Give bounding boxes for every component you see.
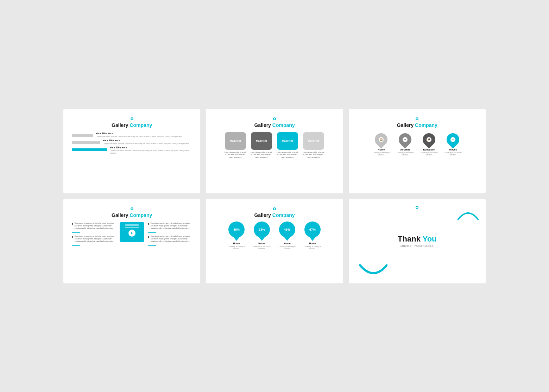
bullet-right-2-text: Proactively envisioned multimedia based …	[151, 235, 192, 243]
step-2: Your Title Here Lorem ipsum dolor sit am…	[72, 139, 192, 145]
bubble-4-tail	[310, 237, 315, 241]
icon-waves-label: Waves	[449, 148, 457, 151]
bubble-2-tail	[259, 237, 265, 241]
bubble-2-pct: 23%	[259, 228, 265, 231]
slide-5-title-accent: Company	[272, 212, 295, 218]
percent-2: 23% Home Creativity is the key to succes…	[251, 221, 273, 250]
bubble-3-pct: 46%	[284, 228, 290, 231]
pin-waves: 〰	[447, 132, 459, 147]
education-icon: 🎓	[428, 138, 431, 141]
percentages-list: 45% Home Creativity is the key to succes…	[214, 221, 334, 250]
bubble-3-circle: 46%	[279, 221, 295, 238]
slide-3-title: Gallery Company	[397, 122, 437, 128]
bubble-1: 45%	[228, 221, 245, 241]
step-3-desc: Lorem ipsum dolor sit amet, consectetur …	[110, 149, 192, 154]
slide-2-title: Gallery Company	[254, 122, 295, 128]
waves-icon: 〰	[452, 139, 454, 141]
percent-1-desc: Creativity is the key to success.	[225, 245, 248, 250]
step-1-desc: Lorem ipsum dolor sit amet, consectetur …	[96, 135, 182, 138]
bubble-2-circle: 23%	[254, 221, 270, 238]
cards-list: Main text Lorem ipsum dolor sit amet, co…	[214, 132, 334, 159]
pin-education: 🎓	[423, 132, 435, 147]
step-1-label: Your Title Here	[96, 132, 182, 135]
pin-home-body: 🏠	[372, 130, 390, 148]
airplane-icon: ✈	[404, 138, 406, 141]
slide-icons: Gallery Company 🏠 Home Creativity is the…	[349, 109, 486, 193]
step-2-label: Your Title Here	[103, 139, 189, 142]
icon-education-desc: Creativity is the key to success.	[418, 152, 440, 156]
percent-3-desc: Creativity is the key to success.	[276, 245, 298, 250]
slide-4-title-accent: Company	[130, 212, 152, 218]
step-3-label: Your Title Here	[110, 146, 192, 149]
card-1: Main text Lorem ipsum dolor sit amet, co…	[223, 132, 247, 159]
bullets-right: Proactively envisioned multimedia based …	[148, 222, 192, 246]
play-button[interactable]: ▶	[128, 230, 135, 237]
icon-airplane-label: Airplane	[400, 148, 410, 151]
slide-1-title-accent: Company	[130, 122, 152, 128]
icon-education-label: Education	[423, 148, 435, 151]
card-4-author: Nunc bibendum	[307, 156, 320, 159]
slide-4-title: Gallery Company	[112, 212, 152, 218]
icon-home: 🏠 Home Creativity is the key to success.	[371, 132, 392, 156]
bubble-3: 46%	[278, 221, 296, 241]
slides-grid: Gallery Company Your Title Here Lorem ip…	[63, 109, 486, 283]
icon-home-label: Home	[378, 148, 385, 151]
slide-3-dot	[416, 117, 418, 120]
bullet-right-1: Proactively envisioned multimedia based …	[148, 222, 192, 230]
pin-waves-inner: 〰	[450, 137, 455, 142]
pin-waves-body: 〰	[444, 130, 462, 148]
bubble-2: 23%	[253, 221, 271, 241]
step-2-bar	[72, 141, 100, 144]
card-2-box: Main text	[251, 132, 272, 150]
step-1: Your Title Here Lorem ipsum dolor sit am…	[72, 132, 192, 138]
pin-home: 🏠	[375, 132, 387, 147]
percent-1-label: Home	[233, 242, 240, 245]
card-3-box: Main text	[277, 132, 298, 150]
slide-2-title-accent: Company	[272, 122, 295, 128]
bullet-left-2: Proactively envisioned multimedia based …	[72, 235, 116, 243]
percent-3-label: Home	[284, 242, 290, 245]
slide-5-dot	[273, 207, 276, 210]
slide-thankyou: Thank You Minimal Presentation	[349, 199, 486, 283]
bullet-left-1: Proactively envisioned multimedia based …	[72, 222, 116, 230]
icon-airplane-desc: Creativity is the key to success.	[395, 152, 416, 156]
pin-airplane-inner: ✈	[403, 137, 408, 142]
bubble-3-tail	[284, 237, 290, 241]
bubble-1-circle: 45%	[228, 221, 245, 238]
slide-6-dot	[416, 206, 418, 209]
icon-airplane: ✈ Airplane Creativity is the key to succ…	[395, 132, 416, 156]
thank-you-heading: Thank You	[398, 234, 436, 244]
video-line-2	[125, 227, 139, 228]
slide-1-dot	[131, 117, 133, 120]
video-lines	[125, 224, 139, 228]
card-4-box: Main text	[303, 132, 324, 150]
step-3-bar	[72, 148, 107, 151]
home-icon: 🏠	[380, 138, 383, 141]
slide-2-dot	[273, 117, 276, 120]
bubble-4: 67%	[304, 221, 321, 241]
arc-bottom	[359, 264, 387, 283]
bullet-right-2: Proactively envisioned multimedia based …	[148, 235, 192, 243]
icon-home-desc: Creativity is the key to success.	[371, 152, 392, 156]
arc-top	[458, 206, 479, 221]
thank-you-subtitle: Minimal Presentation	[400, 244, 434, 248]
card-1-author: Nunc bibendum	[229, 156, 241, 159]
bullets-left: Proactively envisioned multimedia based …	[72, 222, 116, 246]
slide-5-title: Gallery Company	[254, 212, 295, 218]
card-3-author: Nunc bibendum	[281, 156, 294, 159]
video-line-1	[125, 224, 139, 226]
card-1-box: Main text	[225, 132, 246, 150]
percent-1: 45% Home Creativity is the key to succes…	[225, 221, 248, 250]
slide-3-title-accent: Company	[415, 122, 437, 128]
icon-education: 🎓 Education Creativity is the key to suc…	[418, 132, 440, 156]
percent-4-desc: Creativity is the key to success.	[301, 245, 324, 250]
card-1-desc: Lorem ipsum dolor sit amet, consectetur …	[223, 151, 247, 156]
pin-airplane-body: ✈	[396, 130, 414, 148]
bubble-1-tail	[234, 237, 239, 241]
thank-you-accent: You	[423, 234, 437, 243]
line-accent-right-2	[148, 245, 156, 246]
video-box[interactable]: ▶	[120, 222, 144, 242]
step-3-text: Your Title Here Lorem ipsum dolor sit am…	[110, 146, 192, 154]
line-accent-left-2	[72, 245, 80, 246]
bullet-dot-3	[148, 223, 149, 225]
